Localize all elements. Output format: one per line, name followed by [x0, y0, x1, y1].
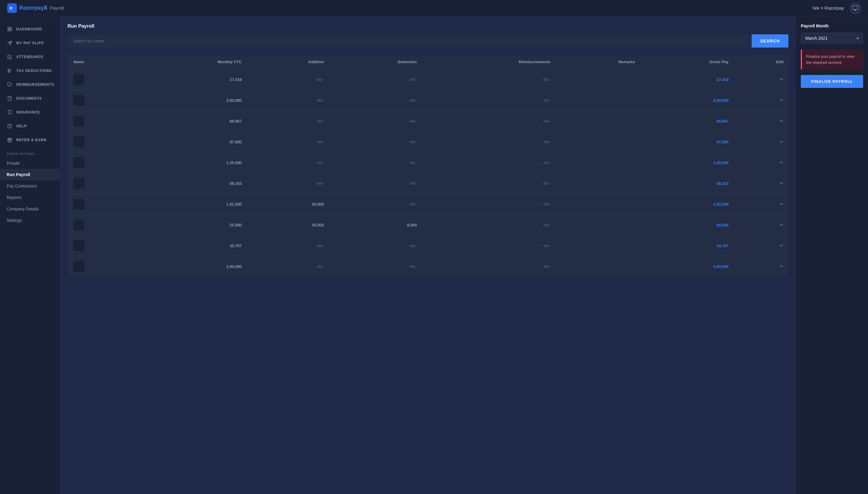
sidebar-item-tax[interactable]: TAX DEDUCTIONS [0, 64, 60, 78]
edit-icon[interactable]: ✏ [780, 222, 784, 227]
cell-deduction: 8,064 [329, 215, 422, 235]
search-button[interactable]: SEARCH [752, 34, 789, 48]
edit-icon[interactable]: ✏ [780, 160, 784, 165]
cell-deduction: -NA- [329, 111, 422, 132]
cell-gross-pay: 2,00,000 [640, 256, 734, 277]
cell-reimbursements: -NA- [422, 194, 555, 215]
cell-addition: -NA- [247, 132, 329, 152]
edit-icon[interactable]: ✏ [780, 139, 784, 144]
send-icon [7, 40, 13, 46]
table-row: 27,419-NA--NA--NA-27,419✏ [68, 69, 789, 90]
cell-remarks [556, 152, 640, 173]
cell-remarks [556, 132, 640, 152]
employee-avatar [74, 95, 84, 106]
cell-addition: -NA- [247, 173, 329, 194]
col-reimbursements: Reimbursements [422, 55, 555, 69]
edit-icon[interactable]: ✏ [780, 202, 784, 207]
user-avatar[interactable] [850, 3, 861, 14]
sidebar-item-attendance[interactable]: ATTENDANCE [0, 50, 60, 64]
cell-edit[interactable]: ✏ [734, 173, 789, 194]
cell-monthly-ctc: 97,800 [138, 132, 247, 152]
sidebar-item-reimbursements[interactable]: REIMBURSEMENTS [0, 78, 60, 92]
svg-point-10 [8, 71, 9, 73]
cell-remarks [556, 173, 640, 194]
cell-edit[interactable]: ✏ [734, 215, 789, 235]
svg-rect-5 [10, 30, 12, 31]
cell-reimbursements: -NA- [422, 111, 555, 132]
page-title: Run Payroll [68, 23, 789, 29]
edit-icon[interactable]: ✏ [780, 118, 784, 124]
cell-monthly-ctc: 25,000 [138, 215, 247, 235]
sidebar-item-payslips[interactable]: MY PAY SLIPS [0, 36, 60, 50]
edit-icon[interactable]: ✏ [780, 77, 784, 82]
search-input[interactable] [68, 34, 752, 48]
search-bar: SEARCH [68, 34, 789, 48]
sidebar-item-reports[interactable]: Reports [0, 192, 60, 203]
col-addition: Addition [247, 55, 329, 69]
content: Run Payroll SEARCH Name Monthly CTC Addi… [60, 16, 796, 494]
sidebar-label-dashboard: DASHBOARD [16, 27, 42, 31]
sidebar-item-people[interactable]: People [0, 157, 60, 169]
payroll-month-select[interactable]: March 2021 ▾ [801, 33, 863, 44]
cell-name [68, 256, 138, 277]
employee-avatar [74, 178, 84, 189]
cell-reimbursements: -NA- [422, 235, 555, 256]
svg-point-9 [8, 69, 9, 70]
cell-remarks [556, 215, 640, 235]
edit-icon[interactable]: ✏ [780, 243, 784, 248]
cell-edit[interactable]: ✏ [734, 152, 789, 173]
sidebar-item-insurance[interactable]: INSURANCE [0, 106, 60, 119]
right-panel: Payroll Month March 2021 ▾ Finalize your… [796, 16, 868, 494]
sidebar-item-run-payroll[interactable]: Run Payroll [0, 169, 60, 180]
cell-reimbursements: -NA- [422, 256, 555, 277]
col-gross-pay: Gross Pay [640, 55, 734, 69]
edit-icon[interactable]: ✏ [780, 97, 784, 103]
chevron-down-icon: ▾ [856, 36, 858, 41]
sidebar-item-company-details[interactable]: Company Details [0, 203, 60, 215]
sidebar-label-documents: DOCUMENTS [16, 96, 42, 100]
cell-edit[interactable]: ✏ [734, 256, 789, 277]
cell-edit[interactable]: ✏ [734, 235, 789, 256]
logo-text: RazorpayX Payroll [19, 5, 64, 11]
cell-edit[interactable]: ✏ [734, 194, 789, 215]
logo[interactable]: R RazorpayX Payroll [7, 3, 64, 13]
sidebar-label-insurance: INSURANCE [16, 110, 40, 114]
cell-addition: -NA- [247, 152, 329, 173]
cell-gross-pay: 97,800 [640, 132, 734, 152]
payroll-table: Name Monthly CTC Addition Deduction Reim… [68, 55, 789, 277]
sidebar-item-pay-contractors[interactable]: Pay Contractors [0, 180, 60, 192]
cell-edit[interactable]: ✏ [734, 111, 789, 132]
employee-avatar [74, 74, 84, 85]
employee-avatar [74, 199, 84, 210]
sidebar-item-help[interactable]: HELP [0, 119, 60, 133]
sidebar-item-documents[interactable]: DOCUMENTS [0, 92, 60, 106]
sidebar-item-refer[interactable]: REFER & EARN [0, 133, 60, 147]
sidebar-item-settings[interactable]: Settings [0, 215, 60, 226]
finalize-payroll-button[interactable]: FINALIZE PAYROLL [801, 75, 863, 88]
cell-gross-pay: 1,25,000 [640, 152, 734, 173]
gift-icon [7, 137, 13, 143]
employee-avatar [74, 240, 84, 251]
admin-section-label: ADMIN OPTIONS [0, 147, 60, 157]
sidebar-label-reimbursements: REIMBURSEMENTS [16, 82, 54, 87]
cell-edit[interactable]: ✏ [734, 90, 789, 111]
payroll-month-value: March 2021 [805, 36, 828, 41]
cell-addition: -NA- [247, 111, 329, 132]
cell-addition: 50,000 [247, 194, 329, 215]
cell-addition: -NA- [247, 69, 329, 90]
cell-edit[interactable]: ✏ [734, 69, 789, 90]
sidebar: DASHBOARD MY PAY SLIPS ATTENDANCE TAX DE… [0, 16, 60, 494]
cell-edit[interactable]: ✏ [734, 132, 789, 152]
employee-avatar [74, 116, 84, 127]
cell-name [68, 194, 138, 215]
edit-icon[interactable]: ✏ [780, 180, 784, 186]
cell-deduction: -NA- [329, 173, 422, 194]
svg-rect-3 [8, 27, 10, 29]
cell-monthly-ctc: 1,25,000 [138, 152, 247, 173]
table-row: 1,02,50050,000-NA--NA-1,52,500✏ [68, 194, 789, 215]
finalize-notice: Finalize your payroll to view the requir… [801, 50, 863, 70]
cell-monthly-ctc: 1,02,500 [138, 194, 247, 215]
cell-name [68, 111, 138, 132]
sidebar-item-dashboard[interactable]: DASHBOARD [0, 22, 60, 36]
edit-icon[interactable]: ✏ [780, 264, 784, 269]
